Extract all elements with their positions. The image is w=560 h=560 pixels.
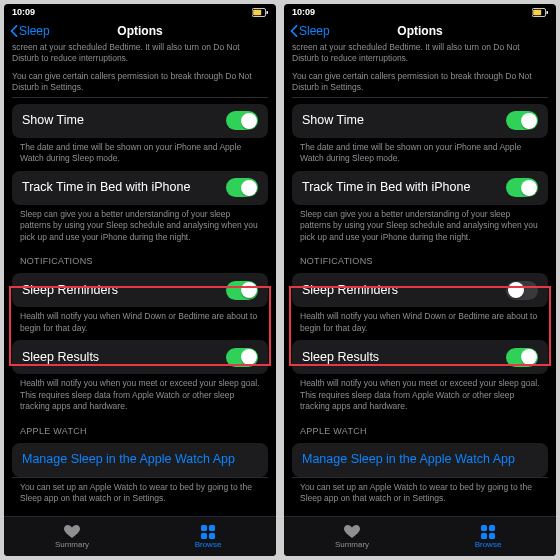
svg-rect-13	[489, 533, 495, 539]
caption-apple-watch: You can set up an Apple Watch to wear to…	[292, 477, 548, 505]
toggle-sleep-reminders[interactable]	[506, 281, 538, 300]
battery-icon	[532, 8, 548, 17]
back-button[interactable]: Sleep	[10, 24, 50, 38]
svg-rect-4	[209, 525, 215, 531]
row-sleep-results: Sleep Results	[292, 340, 548, 374]
phone-left: 10:09 Sleep Options screen at your sched…	[4, 4, 276, 556]
caption-show-time: The date and time will be shown on your …	[292, 138, 548, 165]
row-sleep-results: Sleep Results	[12, 340, 268, 374]
comparison-stage: 10:09 Sleep Options screen at your sched…	[0, 0, 560, 560]
svg-rect-9	[546, 10, 548, 13]
row-label: Sleep Reminders	[22, 282, 118, 299]
toggle-track-time[interactable]	[506, 178, 538, 197]
caption-apple-watch: You can set up an Apple Watch to wear to…	[12, 477, 268, 505]
row-label: Track Time in Bed with iPhone	[302, 179, 470, 196]
row-manage-watch[interactable]: Manage Sleep in the Apple Watch App	[12, 443, 268, 477]
row-label: Show Time	[22, 112, 84, 129]
toggle-track-time[interactable]	[226, 178, 258, 197]
caption-track-time: Sleep can give you a better understandin…	[12, 205, 268, 243]
tab-bar: Summary Browse	[4, 516, 276, 556]
status-bar: 10:09	[4, 4, 276, 20]
back-label: Sleep	[19, 24, 50, 38]
row-track-time: Track Time in Bed with iPhone	[292, 171, 548, 205]
toggle-sleep-results[interactable]	[506, 348, 538, 367]
svg-rect-1	[253, 9, 261, 15]
toggle-sleep-reminders[interactable]	[226, 281, 258, 300]
back-label: Sleep	[299, 24, 330, 38]
intro-text-1: screen at your scheduled Bedtime. It wil…	[292, 42, 548, 65]
link-manage-watch: Manage Sleep in the Apple Watch App	[302, 451, 515, 468]
intro-text-2: You can give certain callers permission …	[292, 71, 548, 94]
caption-sleep-reminders: Health will notify you when Wind Down or…	[12, 307, 268, 334]
section-notifications: NOTIFICATIONS	[12, 243, 268, 267]
status-bar: 10:09	[284, 4, 556, 20]
tab-browse[interactable]: Browse	[140, 517, 276, 556]
tab-summary[interactable]: Summary	[4, 517, 140, 556]
heart-icon	[63, 525, 81, 539]
caption-sleep-results: Health will notify you when you meet or …	[12, 374, 268, 412]
row-show-time: Show Time	[292, 104, 548, 138]
toggle-sleep-results[interactable]	[226, 348, 258, 367]
phone-right: 10:09 Sleep Options screen at your sched…	[284, 4, 556, 556]
svg-rect-10	[481, 525, 487, 531]
status-time: 10:09	[12, 7, 35, 17]
page-title: Options	[117, 24, 162, 38]
row-label: Sleep Results	[302, 349, 379, 366]
svg-rect-6	[209, 533, 215, 539]
caption-sleep-reminders: Health will notify you when Wind Down or…	[292, 307, 548, 334]
back-button[interactable]: Sleep	[290, 24, 330, 38]
caption-sleep-results: Health will notify you when you meet or …	[292, 374, 548, 412]
grid-icon	[479, 525, 497, 539]
caption-track-time: Sleep can give you a better understandin…	[292, 205, 548, 243]
nav-bar: Sleep Options	[4, 20, 276, 42]
section-notifications: NOTIFICATIONS	[292, 243, 548, 267]
intro-text-2: You can give certain callers permission …	[12, 71, 268, 94]
heart-icon	[343, 525, 361, 539]
svg-rect-8	[533, 9, 541, 15]
row-track-time: Track Time in Bed with iPhone	[12, 171, 268, 205]
tab-browse[interactable]: Browse	[420, 517, 556, 556]
tab-summary[interactable]: Summary	[284, 517, 420, 556]
status-time: 10:09	[292, 7, 315, 17]
nav-bar: Sleep Options	[284, 20, 556, 42]
chevron-left-icon	[10, 25, 18, 37]
grid-icon	[199, 525, 217, 539]
link-manage-watch: Manage Sleep in the Apple Watch App	[22, 451, 235, 468]
intro-text-1: screen at your scheduled Bedtime. It wil…	[12, 42, 268, 65]
row-label: Track Time in Bed with iPhone	[22, 179, 190, 196]
row-show-time: Show Time	[12, 104, 268, 138]
row-sleep-reminders: Sleep Reminders	[292, 273, 548, 307]
row-label: Show Time	[302, 112, 364, 129]
toggle-show-time[interactable]	[506, 111, 538, 130]
caption-show-time: The date and time will be shown on your …	[12, 138, 268, 165]
row-sleep-reminders: Sleep Reminders	[12, 273, 268, 307]
tab-label: Summary	[55, 540, 89, 549]
row-manage-watch[interactable]: Manage Sleep in the Apple Watch App	[292, 443, 548, 477]
svg-rect-2	[266, 10, 268, 13]
toggle-show-time[interactable]	[226, 111, 258, 130]
section-apple-watch: APPLE WATCH	[292, 413, 548, 437]
section-apple-watch: APPLE WATCH	[12, 413, 268, 437]
row-label: Sleep Results	[22, 349, 99, 366]
row-label: Sleep Reminders	[302, 282, 398, 299]
svg-rect-12	[481, 533, 487, 539]
settings-scroll[interactable]: screen at your scheduled Bedtime. It wil…	[4, 42, 276, 516]
svg-rect-11	[489, 525, 495, 531]
chevron-left-icon	[290, 25, 298, 37]
svg-rect-3	[201, 525, 207, 531]
page-title: Options	[397, 24, 442, 38]
tab-label: Browse	[475, 540, 502, 549]
tab-label: Summary	[335, 540, 369, 549]
settings-scroll[interactable]: screen at your scheduled Bedtime. It wil…	[284, 42, 556, 516]
svg-rect-5	[201, 533, 207, 539]
tab-bar: Summary Browse	[284, 516, 556, 556]
battery-icon	[252, 8, 268, 17]
tab-label: Browse	[195, 540, 222, 549]
